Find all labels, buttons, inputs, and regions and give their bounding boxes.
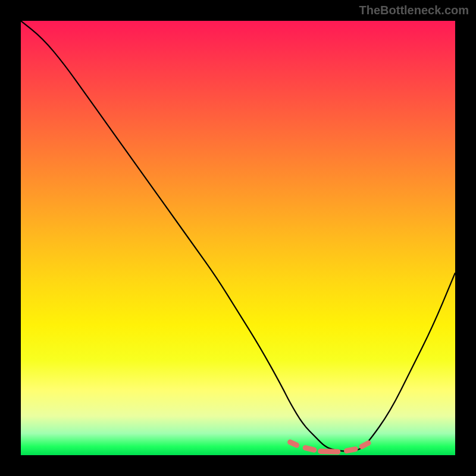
chart-svg [21, 21, 455, 455]
watermark-text: TheBottleneck.com [359, 4, 469, 17]
chart-plot-area [21, 21, 455, 455]
optimal-segment [305, 448, 314, 450]
optimal-segment [290, 442, 297, 445]
optimal-segment [321, 451, 338, 452]
optimal-segment [347, 449, 356, 451]
optimal-segment [362, 443, 368, 447]
bottleneck-curve [21, 21, 455, 451]
optimal-range-highlight [290, 442, 368, 452]
